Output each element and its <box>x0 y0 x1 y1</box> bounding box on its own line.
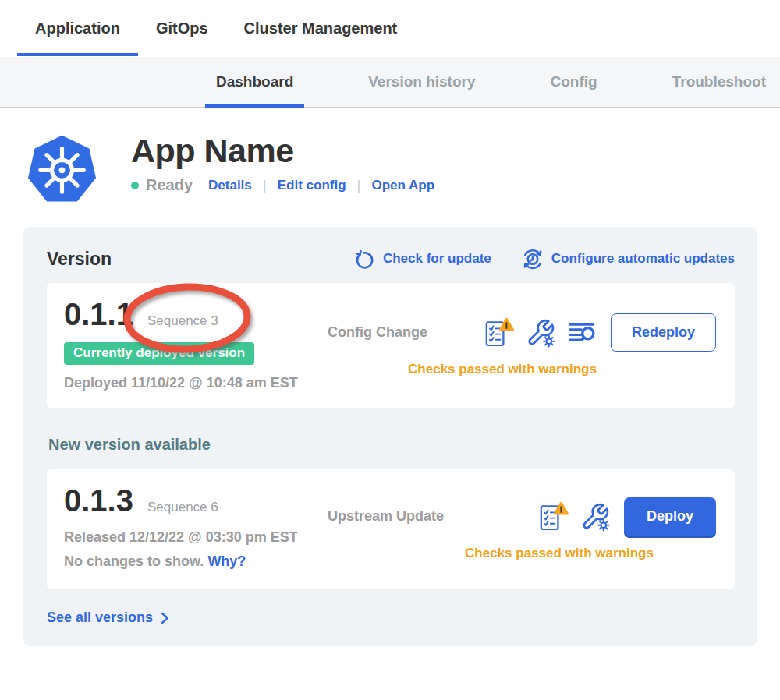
open-app-link[interactable]: Open App <box>371 178 434 193</box>
no-changes-note: No changes to show. <box>64 553 204 569</box>
kubernetes-logo-icon <box>26 133 98 205</box>
tab-gitops[interactable]: GitOps <box>138 0 226 57</box>
deployed-timestamp: Deployed 11/10/22 @ 10:48 am EST <box>64 375 328 391</box>
configure-automatic-updates-label: Configure automatic updates <box>551 251 735 267</box>
new-version-heading: New version available <box>48 436 735 454</box>
warning-triangle-icon <box>555 503 567 514</box>
tab-troubleshoot[interactable]: Troubleshoot <box>651 57 780 107</box>
tab-version-history[interactable]: Version history <box>346 57 497 107</box>
preflight-checks-warning-icon[interactable] <box>483 316 514 349</box>
tab-dashboard[interactable]: Dashboard <box>194 57 315 107</box>
app-sub-nav: Dashboard Version history Config Trouble… <box>0 57 780 108</box>
available-version-sequence: Sequence 6 <box>147 500 218 515</box>
why-link[interactable]: Why? <box>207 553 246 569</box>
see-all-versions-link[interactable]: See all versions <box>47 610 735 626</box>
app-status: Ready <box>146 176 193 194</box>
version-source-label: Upstream Update <box>328 508 460 525</box>
see-all-versions-label: See all versions <box>47 610 153 626</box>
tab-config[interactable]: Config <box>529 57 619 107</box>
redeploy-button[interactable]: Redeploy <box>611 313 716 352</box>
top-nav: Application GitOps Cluster Management <box>0 0 780 57</box>
released-timestamp: Released 12/12/22 @ 03:30 pm EST <box>64 529 328 546</box>
tab-cluster-management[interactable]: Cluster Management <box>226 0 416 57</box>
current-version-number: 0.1.1 <box>64 299 133 330</box>
warning-triangle-icon <box>500 319 512 330</box>
refresh-icon <box>355 249 376 270</box>
current-version-card: 0.1.1 Sequence 3 Currently deployed vers… <box>47 283 735 408</box>
version-source-label: Config Change <box>328 324 460 341</box>
version-section-title: Version <box>47 249 325 270</box>
deployed-status-badge: Currently deployed version <box>64 342 254 365</box>
wrench-config-icon[interactable] <box>580 502 610 532</box>
preflight-checks-status: Checks passed with warnings <box>308 362 697 377</box>
app-header: App Name Ready Details | Edit config | O… <box>0 108 780 205</box>
link-divider: | <box>263 177 267 194</box>
deploy-button[interactable]: Deploy <box>624 497 716 536</box>
details-link[interactable]: Details <box>208 178 252 193</box>
current-version-sequence: Sequence 3 <box>147 313 218 329</box>
link-divider: | <box>357 177 361 194</box>
scheduled-update-icon <box>521 247 544 270</box>
available-version-number: 0.1.3 <box>64 485 133 516</box>
version-section: Version Check for update Configure autom… <box>23 227 757 646</box>
ready-status-dot-icon <box>131 182 139 189</box>
diff-icon[interactable] <box>567 320 597 346</box>
available-version-card: 0.1.3 Sequence 6 Released 12/12/22 @ 03:… <box>47 469 735 589</box>
preflight-checks-warning-icon[interactable] <box>537 500 569 533</box>
check-for-update-label: Check for update <box>383 251 491 267</box>
app-title: App Name <box>131 133 434 169</box>
check-for-update-button[interactable]: Check for update <box>355 249 491 270</box>
configure-automatic-updates-button[interactable]: Configure automatic updates <box>521 247 735 270</box>
preflight-checks-status: Checks passed with warnings <box>365 546 753 561</box>
tab-application[interactable]: Application <box>17 0 138 57</box>
edit-config-link[interactable]: Edit config <box>278 178 346 193</box>
wrench-config-icon[interactable] <box>526 318 555 348</box>
chevron-right-icon <box>158 611 171 625</box>
